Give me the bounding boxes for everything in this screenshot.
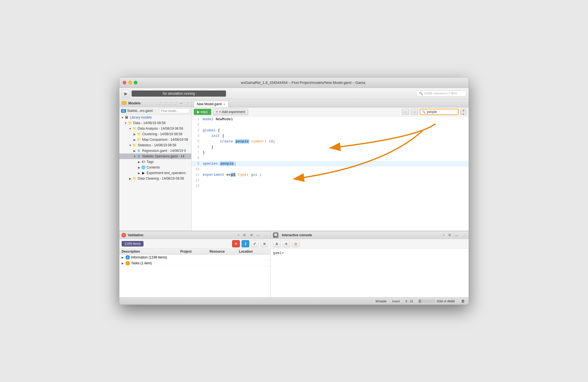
menu-button[interactable]: ≡ ▾ (460, 109, 466, 115)
tree-item-stat-operators[interactable]: ▼ G Statistic Operators.gaml - 14 (119, 154, 191, 159)
code-editor[interactable]: 1 model NewModel 2 3 global { (192, 117, 469, 189)
validation-panel-toolbar: ⊟ ⇄ — ⬜ (241, 232, 268, 238)
play-icon-experiment: ▶ (141, 171, 145, 175)
file-tree: ▼ 🏛 Library models ▼ 📁 Data - 14/08/19 0… (119, 115, 191, 231)
filter-list-btn[interactable]: ≡ (260, 240, 268, 247)
console-toolbar: A A ⊘ (271, 239, 469, 249)
line-num-2: 2 (192, 122, 202, 128)
bottom-area: ✕ Validation ✕ ⊟ ⇄ — ⬜ 1199 items ✕ ℹ ✓ … (119, 231, 469, 297)
sidebar-btn-1[interactable]: ⬜ (156, 100, 161, 105)
tree-item-clustering[interactable]: ▶ 📁 Clustering - 14/08/19 08:58 (119, 131, 191, 137)
console-prompt: gaml> (273, 251, 284, 255)
val-row-tasks[interactable]: ▶ ! Tasks (1 item) (119, 260, 270, 266)
tree-item-data[interactable]: ▼ 📁 Data - 14/08/19 08:58 (119, 120, 191, 126)
search-input-editor[interactable] (427, 110, 455, 114)
experiment-run-button[interactable]: ▶ exp1 (194, 109, 211, 115)
line-content-3: global { (202, 128, 469, 133)
tab-close-icon[interactable]: ✕ (223, 103, 225, 106)
maximize-button[interactable] (134, 81, 137, 84)
insert-status: Insert (392, 300, 400, 303)
col-project: Project (180, 250, 210, 253)
code-line-5: 5 create people number: 10; (192, 139, 469, 144)
tree-item-tags[interactable]: ▶ 🏷 Tags (119, 159, 191, 165)
tree-item-data-analysis[interactable]: ▼ 📁 Data Analysis - 14/08/19 08:58 (119, 126, 191, 131)
writable-status: Writable (376, 300, 387, 303)
minimize-button[interactable] (128, 81, 132, 84)
trash-icon[interactable]: 🗑 (460, 299, 465, 304)
gaml-reference-search[interactable]: 🔍 GAML reference (⇧⌘H) (416, 91, 466, 97)
find-model-input[interactable] (159, 108, 190, 113)
tree-item-statistics[interactable]: ▼ 📁 Statistics - 14/08/19 08:58 (119, 142, 191, 148)
code-line-1: 1 model NewModel (192, 117, 469, 122)
console-min-btn[interactable]: ⊟ (446, 232, 453, 238)
console-btn-a1[interactable]: A (273, 240, 281, 247)
close-button[interactable] (123, 81, 126, 84)
val-row-expand-tasks[interactable]: ▶ (122, 262, 125, 265)
tree-item-experiment-test[interactable]: ▶ ▶ Experiment test_operators (119, 170, 191, 176)
tree-toggle-library[interactable]: ▼ (120, 115, 124, 119)
arrows-panel-btn[interactable]: ⇄ (248, 232, 254, 238)
tree-toggle-experiment[interactable]: ▶ (137, 171, 141, 175)
tree-toggle-data[interactable]: ▼ (124, 121, 128, 125)
code-line-12: 12 (192, 178, 469, 183)
folder-icon-data-cleaning: 📁 (132, 176, 137, 181)
tree-toggle-data-cleaning[interactable]: ▶ (128, 177, 132, 180)
tree-toggle-statistics[interactable]: ▼ (128, 143, 132, 147)
regression-label: Regression.gaml - 14/08/19 0 (142, 149, 186, 153)
sidebar-btn-2[interactable]: ⬜ (162, 100, 167, 105)
line-content-10 (202, 167, 469, 172)
minimize-panel-btn[interactable]: ⊟ (241, 232, 247, 238)
tree-item-regression[interactable]: ▶ G Regression.gaml - 14/08/19 0 (119, 148, 191, 154)
sidebar: Models ⬜ ⬜ ⬜ ⬜ — ⬜ G Statisti...ors.gaml (119, 99, 192, 231)
filter-errors-btn[interactable]: ✕ (232, 240, 240, 247)
validation-toolbar: 1199 items ✕ ℹ ✓ ≡ (119, 239, 270, 249)
add-experiment-button[interactable]: + + Add experiment (213, 109, 248, 115)
val-row-info[interactable]: ▶ i Information (1198 items) (119, 255, 270, 260)
sidebar-btn-5[interactable]: — (179, 100, 184, 105)
filter-check-btn[interactable]: ✓ (251, 240, 259, 247)
console-tab-close[interactable]: ✕ (443, 233, 445, 237)
val-row-expand-info[interactable]: ▶ (122, 256, 125, 259)
line-num-4: 4 (192, 133, 202, 139)
tree-toggle-data-analysis[interactable]: ▼ (128, 127, 132, 130)
console-btn-slash[interactable]: ⊘ (292, 240, 300, 247)
tab-new-model[interactable]: New Model.gaml ✕ (194, 101, 228, 107)
model-selector-name[interactable]: Statisti...ors.gaml (127, 109, 158, 113)
tree-item-library-models[interactable]: ▼ 🏛 Library models (119, 115, 191, 120)
console-btn-a2[interactable]: A (282, 240, 290, 247)
tree-toggle-map[interactable]: ▶ (133, 138, 137, 142)
console-chat-icon: 💬 (273, 232, 278, 238)
tree-toggle-stat-operators[interactable]: ▼ (133, 154, 137, 158)
line-num-9: 9 (192, 161, 202, 167)
dash-panel-btn[interactable]: — (255, 232, 261, 238)
sidebar-btn-4[interactable]: ⬜ (173, 100, 178, 105)
console-dash-btn[interactable]: — (453, 232, 459, 238)
tree-item-contents[interactable]: ▶ 🌐 Contents (119, 165, 191, 170)
folder-icon-data: 📁 (128, 121, 132, 125)
sidebar-btn-6[interactable]: ⬜ (184, 100, 189, 105)
maximize-panel-btn[interactable]: ⬜ (262, 232, 268, 238)
tags-label: Tags (147, 160, 154, 164)
line-content-6: } (202, 144, 469, 150)
contents-label: Contents (147, 165, 160, 169)
nav-back-button[interactable]: ← (402, 109, 409, 115)
tree-toggle-tags[interactable]: ▶ (137, 160, 141, 164)
run-button[interactable]: ▶ (122, 90, 130, 97)
cursor-position: 9 : 15 (405, 300, 413, 303)
validation-tab-close[interactable]: ✕ (237, 233, 240, 237)
tree-toggle-clustering[interactable]: ▶ (133, 132, 137, 136)
validation-header: ✕ Validation ✕ ⊟ ⇄ — ⬜ (119, 231, 270, 239)
data-label: Data - 14/08/19 08:58 (133, 121, 165, 125)
tree-item-data-cleaning[interactable]: ▶ 📁 Data Cleaning - 14/08/19 08:58 (119, 176, 191, 181)
tree-item-map-comparison[interactable]: ▶ 📁 Map Comparison - 14/08/19 08 (119, 137, 191, 142)
tree-toggle-contents[interactable]: ▶ (137, 165, 141, 169)
filter-info-btn[interactable]: ℹ (242, 240, 249, 247)
library-models-label: Library models (130, 115, 152, 119)
nav-forward-button[interactable]: → (411, 109, 418, 115)
col-location: Location (239, 250, 268, 253)
line-content-13 (202, 183, 469, 189)
editor-search-box[interactable]: 🔍 (420, 109, 459, 115)
sidebar-btn-3[interactable]: ⬜ (167, 100, 172, 105)
tree-toggle-regression[interactable]: ▶ (133, 149, 137, 153)
console-max-btn[interactable]: ⬜ (460, 232, 466, 238)
